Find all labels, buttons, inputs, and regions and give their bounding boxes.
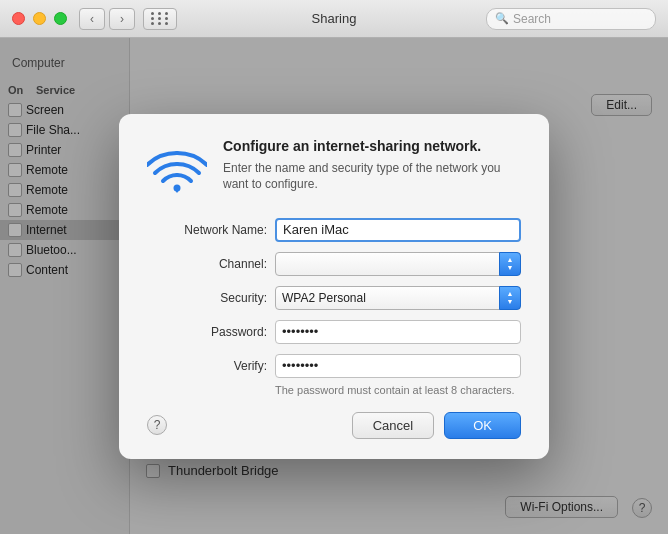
channel-select[interactable]: [275, 252, 521, 276]
security-select-wrapper: WPA2 Personal ▲ ▼: [275, 286, 521, 310]
maximize-button[interactable]: [54, 12, 67, 25]
window-title: Sharing: [312, 11, 357, 26]
network-name-input[interactable]: [275, 218, 521, 242]
modal-footer: ? Cancel OK: [147, 412, 521, 439]
search-bar[interactable]: 🔍 Search: [486, 8, 656, 30]
main-content: Computer On Service Screen File Sha... P…: [0, 38, 668, 534]
title-bar: ‹ › Sharing 🔍 Search: [0, 0, 668, 38]
cancel-button[interactable]: Cancel: [352, 412, 434, 439]
wifi-icon: [147, 138, 207, 198]
password-label: Password:: [147, 325, 267, 339]
close-button[interactable]: [12, 12, 25, 25]
modal-form: Network Name: Channel: ▲ ▼: [147, 218, 521, 396]
verify-input[interactable]: [275, 354, 521, 378]
modal-overlay: Configure an internet-sharing network. E…: [0, 38, 668, 534]
verify-label: Verify:: [147, 359, 267, 373]
ok-button[interactable]: OK: [444, 412, 521, 439]
password-input[interactable]: [275, 320, 521, 344]
channel-label: Channel:: [147, 257, 267, 271]
modal-header: Configure an internet-sharing network. E…: [147, 138, 521, 198]
modal-title: Configure an internet-sharing network.: [223, 138, 521, 154]
modal-title-section: Configure an internet-sharing network. E…: [223, 138, 521, 194]
search-placeholder: Search: [513, 12, 551, 26]
traffic-lights: [12, 12, 67, 25]
security-label: Security:: [147, 291, 267, 305]
back-button[interactable]: ‹: [79, 8, 105, 30]
modal-subtitle: Enter the name and security type of the …: [223, 160, 521, 194]
nav-buttons: ‹ ›: [79, 8, 135, 30]
svg-point-0: [174, 185, 181, 192]
search-icon: 🔍: [495, 12, 509, 25]
grid-view-button[interactable]: [143, 8, 177, 30]
modal-help-button[interactable]: ?: [147, 415, 167, 435]
forward-button[interactable]: ›: [109, 8, 135, 30]
security-select[interactable]: WPA2 Personal: [275, 286, 521, 310]
modal-dialog: Configure an internet-sharing network. E…: [119, 114, 549, 459]
password-note: The password must contain at least 8 cha…: [275, 384, 521, 396]
channel-select-wrapper: ▲ ▼: [275, 252, 521, 276]
network-name-label: Network Name:: [147, 223, 267, 237]
minimize-button[interactable]: [33, 12, 46, 25]
